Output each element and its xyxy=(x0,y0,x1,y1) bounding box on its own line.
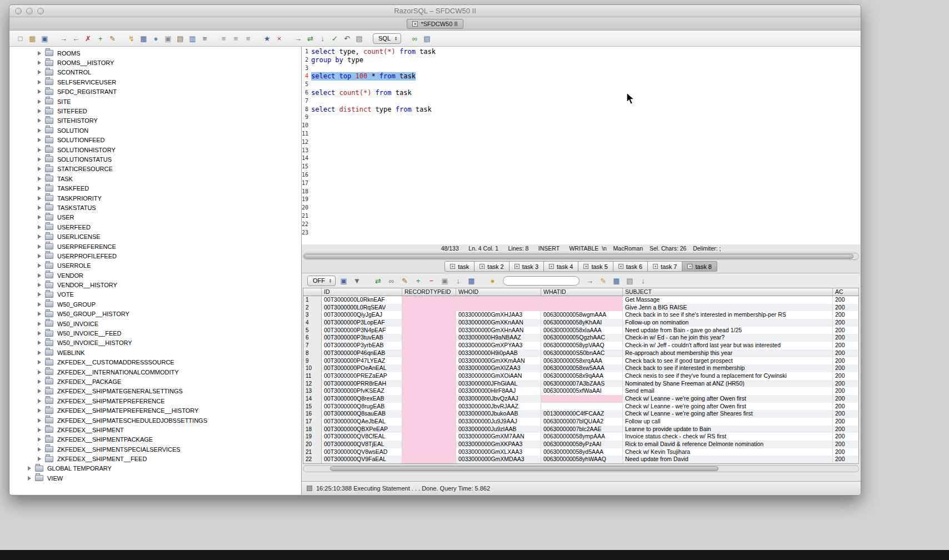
disclosure-triangle-icon[interactable] xyxy=(38,447,41,452)
results-scrollbar-thumb[interactable] xyxy=(330,466,718,471)
table-cell[interactable]: 00T3000000Q8sauEAB xyxy=(322,410,402,418)
tree-item-user[interactable]: USER xyxy=(10,213,301,222)
table-cell[interactable]: 200 xyxy=(833,433,858,441)
table-cell[interactable]: 00630000005QgzhAAC xyxy=(541,334,623,342)
disclosure-triangle-icon[interactable] xyxy=(38,148,41,152)
tree-item-zkfedex-shipment-feed[interactable]: ZKFEDEX__SHIPMENT__FEED xyxy=(10,454,301,463)
table-cell[interactable]: Check back to see if good target prospec… xyxy=(623,357,833,365)
results-tab-task-6[interactable]: ×task 6 xyxy=(613,261,648,272)
tree-item-sitehistory[interactable]: SITEHISTORY xyxy=(10,116,301,126)
table-cell[interactable] xyxy=(402,426,456,433)
table-cell[interactable]: 00630000007blQUAA2 xyxy=(541,418,623,426)
table-cell[interactable]: 0033000000HirF8AAJ xyxy=(456,387,541,395)
table-cell[interactable]: 00T3000000P3N4pEAF xyxy=(322,327,402,334)
table-cell[interactable]: Rick to email David & reference Delmonte… xyxy=(623,441,833,448)
table-cell[interactable]: 200 xyxy=(833,403,858,411)
table-cell[interactable]: Give Jenn a BIG RAISE xyxy=(623,304,833,312)
table-cell[interactable]: 00T3000000QBXPeEAP xyxy=(322,426,402,433)
table-cell[interactable]: 006300000058x9qAAA xyxy=(541,372,623,380)
minimize-window-button[interactable] xyxy=(26,8,33,14)
table-cell[interactable]: 0033000000GmXMDAA3 xyxy=(456,456,541,463)
table-cell[interactable] xyxy=(402,403,456,411)
tree-item-vendor[interactable]: VENDOR xyxy=(10,271,301,280)
results-tab-task-2[interactable]: ×task 2 xyxy=(474,261,509,272)
table-cell[interactable] xyxy=(402,327,456,334)
tree-item-vendor-history[interactable]: VENDOR__HISTORY xyxy=(10,280,301,289)
tree-item-userrole[interactable]: USERROLE xyxy=(10,261,301,271)
results-tab-task-5[interactable]: ×task 5 xyxy=(578,261,613,272)
refresh-results-icon[interactable]: ⇄ xyxy=(373,276,383,286)
filter-sort-icon[interactable]: ▼ xyxy=(352,276,362,286)
table-cell[interactable]: 200 xyxy=(833,380,858,388)
tab-close-icon[interactable]: × xyxy=(412,21,418,27)
table-cell[interactable]: 00T3000000QV8TjEAL xyxy=(322,441,402,448)
results-scrollbar[interactable] xyxy=(303,465,859,472)
grid-view-icon[interactable]: ▦ xyxy=(611,276,622,286)
row-number-cell[interactable]: 22 xyxy=(303,456,322,463)
tree-item-staticresource[interactable]: STATICRESOURCE xyxy=(10,164,301,174)
table-cell[interactable]: 200 xyxy=(833,387,858,395)
table-cell[interactable]: Check back to see if interested in membe… xyxy=(623,364,833,372)
table-cell[interactable]: 200 xyxy=(833,327,858,334)
table-cell[interactable] xyxy=(402,456,456,463)
table-row[interactable]: 300T3000000QiyJgEAJ0033000000GmXHJAA3006… xyxy=(303,311,858,319)
table-cell[interactable] xyxy=(402,349,456,357)
tree-item-zkfedex-shipmatepreference[interactable]: ZKFEDEX__SHIPMATEPREFERENCE xyxy=(10,396,301,406)
create-object-icon[interactable]: + xyxy=(95,33,106,44)
table-cell[interactable]: 00630000005xfWaAAI xyxy=(541,387,623,395)
row-number-cell[interactable]: 12 xyxy=(303,380,322,388)
disclosure-triangle-icon[interactable] xyxy=(38,273,41,278)
disclosure-triangle-icon[interactable] xyxy=(38,61,41,65)
tree-item-taskfeed[interactable]: TASKFEED xyxy=(10,183,301,193)
table-cell[interactable]: 006300000058xw5AAA xyxy=(541,364,623,372)
list-icon[interactable]: ≡ xyxy=(199,33,210,44)
table-cell[interactable] xyxy=(402,441,456,448)
table-cell[interactable]: 00T3000000P3tuvEAB xyxy=(322,334,402,342)
disclosure-triangle-icon[interactable] xyxy=(38,312,41,316)
export-table-icon[interactable]: ← xyxy=(71,33,81,44)
column-header-whatid[interactable]: WHATID xyxy=(541,288,623,296)
table-cell[interactable]: 00T3000000L0RknEAF xyxy=(322,296,402,304)
table-cell[interactable] xyxy=(402,380,456,388)
disclosure-triangle-icon[interactable] xyxy=(38,157,41,162)
tree-item-view[interactable]: VIEW xyxy=(10,473,301,483)
disclosure-triangle-icon[interactable] xyxy=(28,466,31,471)
tree-item-w50-invoice-feed[interactable]: W50_INVOICE__FEED xyxy=(10,328,301,338)
table-cell[interactable]: Check nexis to see if they've found a re… xyxy=(623,372,833,380)
table-cell[interactable]: 00T3000000PfvKSEAZ xyxy=(322,387,402,395)
table-cell[interactable]: 200 xyxy=(833,426,858,433)
disclosure-triangle-icon[interactable] xyxy=(38,389,41,393)
table-cell[interactable]: 0033000000Ju9zIAAB xyxy=(456,426,541,433)
disclosure-triangle-icon[interactable] xyxy=(38,331,41,336)
disclosure-triangle-icon[interactable] xyxy=(38,457,41,461)
disclosure-triangle-icon[interactable] xyxy=(38,437,41,442)
tree-item-userlicense[interactable]: USERLICENSE xyxy=(10,232,301,241)
paste-icon[interactable]: ▤ xyxy=(175,33,186,44)
table-cell[interactable]: 0033000000GmXOiAAN xyxy=(456,372,541,380)
tree-item-sfdc-registrant[interactable]: SFDC_REGISTRANT xyxy=(10,87,301,97)
table-cell[interactable]: 00T3000000PREZaEAP xyxy=(322,372,402,380)
table-cell[interactable]: 006300000058yd5AAA xyxy=(541,448,623,456)
row-number-cell[interactable]: 16 xyxy=(303,410,322,418)
tree-item-global-temporary[interactable]: GLOBAL TEMPORARY xyxy=(10,464,301,473)
table-cell[interactable] xyxy=(402,395,456,403)
table-cell[interactable]: Check back in to see if she's interested… xyxy=(623,311,833,319)
delete-row-icon[interactable]: − xyxy=(426,276,437,286)
disclosure-triangle-icon[interactable] xyxy=(38,254,41,258)
results-tab-task-4[interactable]: ×task 4 xyxy=(544,261,578,272)
book-icon[interactable]: ▥ xyxy=(187,33,198,44)
row-number-cell[interactable]: 2 xyxy=(303,304,322,312)
row-number-cell[interactable]: 21 xyxy=(303,448,322,456)
execute-sql-icon[interactable]: ↯ xyxy=(126,33,137,44)
row-number-cell[interactable]: 4 xyxy=(303,319,322,327)
tree-item-taskpriority[interactable]: TASKPRIORITY xyxy=(10,193,301,203)
table-cell[interactable]: Check w/ Leanne - we're going after Shea… xyxy=(623,410,833,418)
table-cell[interactable] xyxy=(402,342,456,349)
tree-item-zkfedex-package[interactable]: ZKFEDEX__PACKAGE xyxy=(10,377,301,386)
key-icon[interactable]: ● xyxy=(487,276,498,286)
table-cell[interactable] xyxy=(402,387,456,395)
tree-item-sitefeed[interactable]: SITEFEED xyxy=(10,106,301,116)
tab-close-icon[interactable]: × xyxy=(583,264,588,269)
table-cell[interactable]: Need update from David xyxy=(623,456,833,463)
table-cell[interactable]: 200 xyxy=(833,349,858,357)
